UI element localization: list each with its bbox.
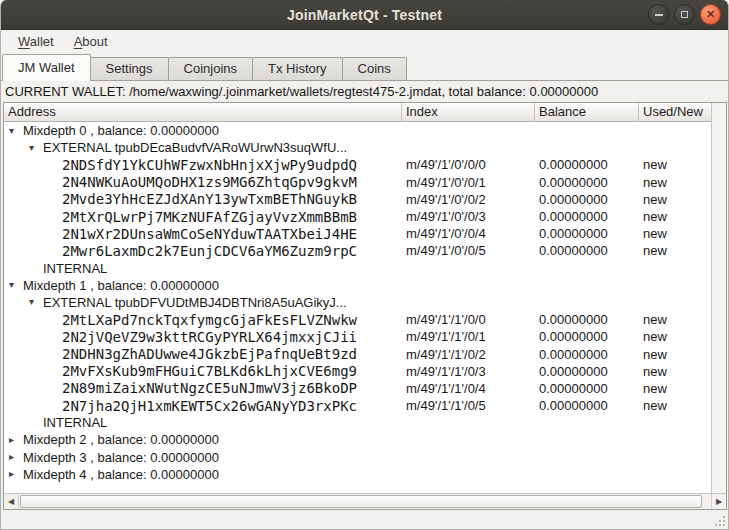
close-button[interactable]: ✕ bbox=[700, 4, 721, 25]
tab-tx-history[interactable]: Tx History bbox=[252, 57, 343, 80]
application-window: JoinMarketQt - Testnet ✕ WalletAbout JM … bbox=[0, 0, 729, 530]
tree-row[interactable]: ▾EXTERNAL tpubDFVUDtMBJ4DBTNri8A5uAGikyJ… bbox=[4, 294, 711, 311]
window-controls: ✕ bbox=[648, 4, 721, 25]
status-cell: new bbox=[639, 243, 711, 258]
status-cell: new bbox=[639, 347, 711, 362]
titlebar[interactable]: JoinMarketQt - Testnet ✕ bbox=[1, 0, 728, 30]
header-cell-used-new[interactable]: Used/New bbox=[639, 103, 711, 121]
header-cell-address[interactable]: Address bbox=[4, 103, 402, 121]
tree-row[interactable]: ▸Mixdepth 4 , balance: 0.00000000 bbox=[4, 466, 711, 483]
tab-coins[interactable]: Coins bbox=[342, 57, 407, 80]
menu-item-about[interactable]: About bbox=[66, 32, 116, 51]
address-text: EXTERNAL tpubDFVUDtMBJ4DBTNri8A5uAGikyJ.… bbox=[43, 295, 347, 310]
tree-row[interactable]: 2Mvde3YhHcEZJdXAnY13ywTxmBEThNGuykBm/49'… bbox=[4, 191, 711, 208]
maximize-icon bbox=[681, 11, 688, 18]
balance-cell: 0.00000000 bbox=[535, 312, 639, 327]
address-text: 2MtXrQLwrPj7MKzNUFAfZGjayVvzXmmBBmB bbox=[62, 209, 357, 225]
address-text: 2N1wXr2DUnsaWmCoSeNYduwTAATXbeiJ4HE bbox=[62, 226, 357, 242]
address-cell: INTERNAL bbox=[4, 415, 402, 430]
tree-row[interactable]: ▾EXTERNAL tpubDEcaBudvfVARoWUrwN3suqWfU.… bbox=[4, 139, 711, 156]
index-cell: m/49'/1'/0'/0/1 bbox=[402, 175, 535, 190]
tab-jm-wallet[interactable]: JM Wallet bbox=[2, 54, 91, 81]
status-cell: new bbox=[639, 226, 711, 241]
tree-row[interactable]: INTERNAL bbox=[4, 260, 711, 277]
address-cell: 2N2jVQeVZ9w3kttRCGyPYRLX64jmxxjCJii bbox=[4, 329, 402, 345]
tree-row[interactable]: INTERNAL bbox=[4, 414, 711, 431]
minimize-button[interactable] bbox=[648, 4, 669, 25]
address-cell: 2Mwr6LaxmDc2k7EunjCDCV6aYM6Zuzm9rpC bbox=[4, 243, 402, 259]
resize-grip-icon[interactable] bbox=[714, 515, 726, 527]
tree-row[interactable]: 2MtXrQLwrPj7MKzNUFAfZGjayVvzXmmBBmBm/49'… bbox=[4, 208, 711, 225]
address-text: 2NDHN3gZhADUwwe4JGkzbEjPafnqUeBt9zd bbox=[62, 346, 357, 362]
wallet-tree: Address Index Balance Used/New ▾Mixdepth… bbox=[3, 102, 727, 510]
tree-row[interactable]: 2N2jVQeVZ9w3kttRCGyPYRLX64jmxxjCJiim/49'… bbox=[4, 328, 711, 345]
tree-row[interactable]: ▾Mixdepth 0 , balance: 0.00000000 bbox=[4, 122, 711, 139]
tree-row[interactable]: 2N1wXr2DUnsaWmCoSeNYduwTAATXbeiJ4HEm/49'… bbox=[4, 225, 711, 242]
status-cell: new bbox=[639, 157, 711, 172]
menu-item-wallet[interactable]: Wallet bbox=[10, 32, 62, 51]
index-cell: m/49'/1'/0'/0/3 bbox=[402, 209, 535, 224]
tree-row[interactable]: ▸Mixdepth 2 , balance: 0.00000000 bbox=[4, 431, 711, 448]
expander-icon[interactable]: ▸ bbox=[9, 435, 21, 445]
index-cell: m/49'/1'/0'/0/0 bbox=[402, 157, 535, 172]
balance-cell: 0.00000000 bbox=[535, 381, 639, 396]
expander-icon[interactable]: ▾ bbox=[29, 297, 41, 307]
tree-row[interactable]: 2NDSfdY1YkCUhWFzwxNbHnjxXjwPy9udpdQm/49'… bbox=[4, 156, 711, 173]
address-text: Mixdepth 2 , balance: 0.00000000 bbox=[23, 432, 219, 447]
expander-icon[interactable]: ▾ bbox=[9, 280, 21, 290]
expander-icon[interactable]: ▸ bbox=[9, 452, 21, 462]
status-bar bbox=[1, 510, 728, 529]
horizontal-scrollbar-thumb[interactable] bbox=[20, 495, 702, 508]
address-text: 2MvFXsKub9mFHGuiC7BLKd6kLhjxCVE6mg9 bbox=[62, 363, 357, 379]
address-cell: INTERNAL bbox=[4, 261, 402, 276]
close-icon: ✕ bbox=[706, 8, 715, 21]
header-cell-balance[interactable]: Balance bbox=[535, 103, 639, 121]
status-cell: new bbox=[639, 175, 711, 190]
index-cell: m/49'/1'/0'/0/5 bbox=[402, 243, 535, 258]
balance-cell: 0.00000000 bbox=[535, 157, 639, 172]
address-cell: 2MtXrQLwrPj7MKzNUFAfZGjayVvzXmmBBmB bbox=[4, 209, 402, 225]
address-text: INTERNAL bbox=[43, 261, 107, 276]
tree-row[interactable]: 2NDHN3gZhADUwwe4JGkzbEjPafnqUeBt9zdm/49'… bbox=[4, 345, 711, 362]
address-text: Mixdepth 0 , balance: 0.00000000 bbox=[23, 123, 219, 138]
tree-row[interactable]: 2N7jha2QjH1xmKEWT5Cx26wGANyYD3rxPKcm/49'… bbox=[4, 397, 711, 414]
expander-icon[interactable]: ▾ bbox=[9, 126, 21, 136]
tree-row[interactable]: 2Mwr6LaxmDc2k7EunjCDCV6aYM6Zuzm9rpCm/49'… bbox=[4, 242, 711, 259]
address-text: INTERNAL bbox=[43, 415, 107, 430]
tab-settings[interactable]: Settings bbox=[90, 57, 169, 80]
address-cell: 2MtLXaPd7nckTqxfymgcGjaFkEsFLVZNwkw bbox=[4, 312, 402, 328]
expander-icon[interactable]: ▸ bbox=[9, 469, 21, 479]
address-cell: ▸Mixdepth 2 , balance: 0.00000000 bbox=[4, 432, 402, 447]
address-text: Mixdepth 1 , balance: 0.00000000 bbox=[23, 278, 219, 293]
address-text: EXTERNAL tpubDEcaBudvfVARoWUrwN3suqWfU..… bbox=[43, 140, 347, 155]
expander-icon[interactable]: ▾ bbox=[29, 143, 41, 153]
address-cell: 2NDHN3gZhADUwwe4JGkzbEjPafnqUeBt9zd bbox=[4, 346, 402, 362]
horizontal-scrollbar-track[interactable] bbox=[702, 494, 711, 509]
horizontal-scrollbar[interactable]: ◀ bbox=[4, 493, 711, 509]
scroll-left-button[interactable]: ◀ bbox=[4, 494, 19, 509]
vertical-scrollbar[interactable] bbox=[711, 103, 726, 493]
header-cell-index[interactable]: Index bbox=[402, 103, 535, 121]
address-cell: 2N7jha2QjH1xmKEWT5Cx26wGANyYD3rxPKc bbox=[4, 398, 402, 414]
address-cell: 2N89miZaixNWutNgzCE5uNJmwV3jz6BkoDP bbox=[4, 380, 402, 396]
address-text: 2N4NWKuAoUMQoDHX1zs9MG6ZhtqGpv9gkvM bbox=[62, 174, 357, 190]
scroll-right-button[interactable]: ▶ bbox=[711, 493, 726, 509]
right-arrow-icon: ▶ bbox=[716, 497, 722, 506]
index-cell: m/49'/1'/1'/0/2 bbox=[402, 347, 535, 362]
current-wallet-label: CURRENT WALLET: /home/waxwing/.joinmarke… bbox=[1, 81, 728, 102]
tree-row[interactable]: 2MvFXsKub9mFHGuiC7BLKd6kLhjxCVE6mg9m/49'… bbox=[4, 363, 711, 380]
tree-row[interactable]: 2MtLXaPd7nckTqxfymgcGjaFkEsFLVZNwkwm/49'… bbox=[4, 311, 711, 328]
balance-cell: 0.00000000 bbox=[535, 226, 639, 241]
tree-row[interactable]: 2N4NWKuAoUMQoDHX1zs9MG6ZhtqGpv9gkvMm/49'… bbox=[4, 174, 711, 191]
status-cell: new bbox=[639, 398, 711, 413]
address-text: 2MtLXaPd7nckTqxfymgcGjaFkEsFLVZNwkw bbox=[62, 312, 357, 328]
wallet-tab-pane: CURRENT WALLET: /home/waxwing/.joinmarke… bbox=[1, 80, 728, 529]
maximize-button[interactable] bbox=[674, 4, 695, 25]
tab-coinjoins[interactable]: Coinjoins bbox=[168, 57, 253, 80]
index-cell: m/49'/1'/0'/0/4 bbox=[402, 226, 535, 241]
address-cell: ▸Mixdepth 4 , balance: 0.00000000 bbox=[4, 467, 402, 482]
balance-cell: 0.00000000 bbox=[535, 347, 639, 362]
tree-row[interactable]: ▾Mixdepth 1 , balance: 0.00000000 bbox=[4, 277, 711, 294]
tree-row[interactable]: ▸Mixdepth 3 , balance: 0.00000000 bbox=[4, 449, 711, 466]
tree-row[interactable]: 2N89miZaixNWutNgzCE5uNJmwV3jz6BkoDPm/49'… bbox=[4, 380, 711, 397]
